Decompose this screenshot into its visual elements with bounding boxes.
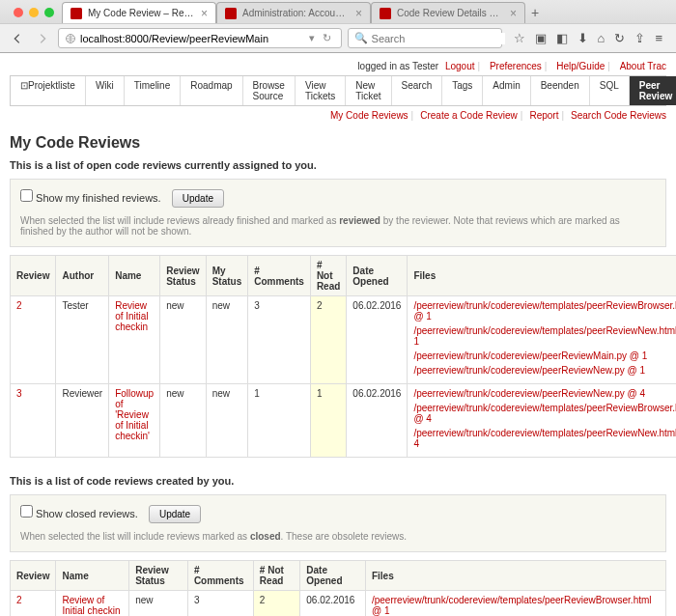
mainnav: ⊡ProjektlisteWikiTimelineRoadmapBrowse S… [10,75,666,106]
col-header[interactable]: Files [365,561,665,591]
dropdown-icon[interactable]: ▾ [305,32,319,44]
ctxnav-item[interactable]: Report [529,110,558,121]
section1-form: Show my finished reviews. Update When se… [10,179,666,247]
svg-rect-1 [225,8,237,19]
section2-form: Show closed reviews. Update When selecte… [10,494,666,552]
col-header[interactable]: Files [408,256,676,296]
help-bold: closed [250,531,281,542]
browser-tab[interactable]: Code Review Details – Rev…× [371,2,525,23]
url-box[interactable]: ▾ ↻ [58,28,342,48]
col-header[interactable]: Name [56,561,129,591]
forward-button[interactable] [33,29,52,48]
help-text: . These are obsolete reviews. [281,531,407,542]
assigned-reviews-table: ReviewAuthorNameReview StatusMy Status# … [10,255,676,458]
review-link[interactable]: 2 [16,300,22,311]
mainnav-item[interactable]: SQL [590,76,630,105]
col-header[interactable]: Date Opened [300,561,366,591]
help-link[interactable]: Help/Guide [556,61,605,71]
mainnav-item[interactable]: Beenden [531,76,590,105]
section1-help: When selected the list will include revi… [20,215,656,237]
mainnav-item[interactable]: New Ticket [346,76,391,105]
browser-search-input[interactable] [372,33,505,44]
ctxnav-item[interactable]: Search Code Reviews [571,110,666,121]
mainnav-item[interactable]: Admin [483,76,530,105]
file-link[interactable]: /peerreview/trunk/codereview/templates/p… [413,325,676,347]
review-link[interactable]: Followup of 'Review of Initial checkin' [115,388,154,441]
review-link[interactable]: 3 [16,388,22,399]
back-button[interactable] [8,29,27,48]
ctxnav-item[interactable]: My Code Reviews [330,110,408,121]
reader-icon[interactable]: ◧ [556,31,568,45]
tab-label: Code Review Details – Rev… [397,8,504,18]
share-icon[interactable]: ⇪ [634,31,645,45]
home-icon[interactable]: ⌂ [598,31,606,45]
minimize-window-icon[interactable] [29,8,39,17]
col-header[interactable]: Author [56,256,109,296]
col-header[interactable]: # Not Read [310,256,346,296]
browser-tab[interactable]: My Code Review – Review× [62,2,216,23]
show-closed-checkbox[interactable] [20,505,33,518]
help-bold: reviewed [339,215,380,226]
file-link[interactable]: /peerreview/trunk/codereview/templates/p… [413,428,676,449]
col-header[interactable]: Review [11,561,56,591]
col-header[interactable]: Name [109,256,160,296]
file-link[interactable]: /peerreview/trunk/codereview/peerReviewN… [413,365,645,376]
col-header[interactable]: My Status [206,256,248,296]
mainnav-item[interactable]: Peer Review [630,76,676,105]
about-link[interactable]: About Trac [620,61,666,71]
col-header[interactable]: Review [11,256,56,296]
update-button-2[interactable]: Update [149,505,201,523]
favicon-icon [380,8,391,19]
file-link[interactable]: /peerreview/trunk/codereview/templates/p… [413,300,676,322]
review-link[interactable]: 2 [16,595,22,605]
menu-icon[interactable]: ≡ [655,31,662,45]
reload-icon[interactable]: ↻ [319,32,335,44]
cell: 06.02.2016 [347,384,408,458]
col-header[interactable]: Review Status [129,561,188,591]
mainnav-item[interactable]: Wiki [86,76,125,105]
col-header[interactable]: # Comments [187,561,253,591]
file-link[interactable]: /peerreview/trunk/codereview/templates/p… [413,403,676,424]
svg-rect-0 [70,8,82,19]
ctxnav-item[interactable]: Create a Code Review [420,110,518,121]
col-header[interactable]: Date Opened [347,256,408,296]
mainnav-item[interactable]: Browse Source [243,76,296,105]
col-header[interactable]: # Not Read [253,561,299,591]
browser-tab[interactable]: Administration: Accounts …× [216,2,371,23]
col-header[interactable]: # Comments [248,256,311,296]
tab-label: Administration: Accounts … [242,8,350,18]
zoom-window-icon[interactable] [44,8,54,17]
tab-close-icon[interactable]: × [355,7,362,20]
favicon-icon [70,8,82,19]
review-link[interactable]: Review of Initial checkin [115,300,148,332]
close-window-icon[interactable] [14,8,23,17]
logout-link[interactable]: Logout [445,61,475,71]
browser-search-box[interactable]: 🔍 [348,28,502,48]
mainnav-item[interactable]: Timeline [125,76,181,105]
context-nav: My Code Reviews|Create a Code Review|Rep… [10,106,666,125]
url-input[interactable] [80,33,305,44]
mainnav-item[interactable]: Search [392,76,443,105]
file-link[interactable]: /peerreview/trunk/codereview/peerReviewN… [413,388,645,399]
pocket-icon[interactable]: ▣ [535,31,547,45]
tab-close-icon[interactable]: × [201,7,208,20]
address-bar: ▾ ↻ 🔍 ☆ ▣ ◧ ⬇ ⌂ ↻ ⇪ ≡ [0,23,676,52]
browser-chrome: My Code Review – Review×Administration: … [0,0,676,53]
mainnav-item[interactable]: View Tickets [296,76,346,105]
new-tab-button[interactable]: + [525,5,545,20]
file-link[interactable]: /peerreview/trunk/codereview/templates/p… [372,595,652,616]
mainnav-item[interactable]: ⊡Projektliste [11,76,86,105]
bookmark-icon[interactable]: ☆ [514,31,525,45]
update-button-1[interactable]: Update [172,189,224,208]
table-row: 2Review of Initial checkinnew3206.02.201… [11,591,666,617]
sync-icon[interactable]: ↻ [614,31,625,45]
downloads-icon[interactable]: ⬇ [577,31,588,45]
show-finished-checkbox[interactable] [20,189,33,202]
tab-close-icon[interactable]: × [510,7,517,20]
review-link[interactable]: Review of Initial checkin [62,595,120,616]
mainnav-item[interactable]: Roadmap [181,76,242,105]
mainnav-item[interactable]: Tags [442,76,483,105]
preferences-link[interactable]: Preferences [490,61,542,71]
col-header[interactable]: Review Status [160,256,206,296]
file-link[interactable]: /peerreview/trunk/codereview/peerReviewM… [413,350,647,361]
